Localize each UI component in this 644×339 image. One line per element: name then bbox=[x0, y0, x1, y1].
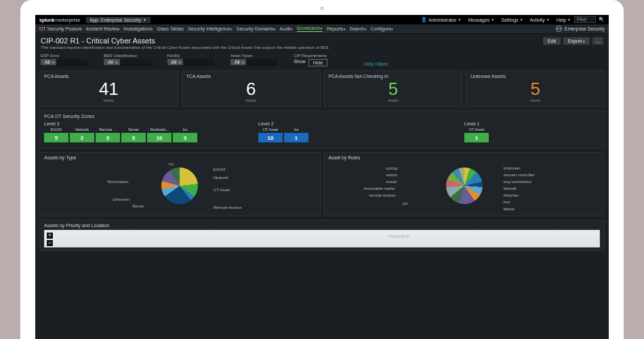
close-icon[interactable]: × bbox=[115, 60, 118, 64]
metric-tca: TCA Assets 6 Hosts bbox=[182, 71, 321, 107]
nav-configure[interactable]: Configure▾ bbox=[371, 26, 393, 31]
zoom-in-button[interactable]: + bbox=[46, 232, 54, 239]
app-window: splunk>enterprise App: Enterprise Securi… bbox=[35, 15, 609, 339]
zone-cell[interactable]: OT Asset1 bbox=[464, 127, 489, 142]
more-button[interactable]: ... bbox=[592, 37, 603, 45]
zones-panel: PCA OT Security Zones Level 3 EACM5Netwo… bbox=[39, 111, 605, 148]
find-input[interactable]: Find bbox=[574, 16, 596, 23]
settings-menu[interactable]: Settings▼ bbox=[501, 18, 523, 22]
pie-label: scada bbox=[386, 180, 397, 184]
zone-cell[interactable]: OT Asset10 bbox=[258, 127, 283, 142]
nav-security-domains[interactable]: Security Domains▾ bbox=[237, 26, 276, 31]
filter-input-asset-types[interactable] bbox=[246, 59, 277, 66]
page-header: CIP-002 R1 - Critical Cyber Assets Edit … bbox=[35, 34, 609, 45]
metric-unknown: Unknown Assets 5 Hosts bbox=[466, 71, 605, 107]
hide-button[interactable]: Hide bbox=[308, 59, 327, 66]
zone-cell-value: 1 bbox=[464, 133, 489, 142]
nav-audit[interactable]: Audit▾ bbox=[280, 26, 293, 31]
globe-icon bbox=[556, 26, 562, 32]
zone-cell[interactable]: Remote ...3 bbox=[96, 127, 120, 142]
zone-cell[interactable]: Ics3 bbox=[173, 127, 197, 142]
pie-label: OT Asset bbox=[214, 188, 230, 192]
hide-filters-link[interactable]: Hide Filters bbox=[364, 62, 388, 66]
export-button[interactable]: Export ▾ bbox=[563, 37, 590, 45]
pie-label: switch bbox=[386, 173, 397, 177]
zone-cell-value: 3 bbox=[96, 133, 120, 142]
metric-pca: PCA Assets 41 Hosts bbox=[39, 71, 178, 107]
pie-chart-asset-by-roles bbox=[446, 167, 483, 204]
zone-cell[interactable]: EACM5 bbox=[44, 127, 68, 142]
filter-input-bes[interactable] bbox=[120, 59, 151, 66]
user-icon: 👤 bbox=[421, 17, 427, 22]
nav-incident-review[interactable]: Incident Review bbox=[86, 26, 119, 31]
filter-label-cip: CIP Requirements bbox=[294, 54, 327, 58]
filter-chip-facility[interactable]: All× bbox=[167, 59, 184, 65]
close-icon[interactable]: × bbox=[52, 60, 55, 64]
zone-cell-value: 10 bbox=[258, 133, 283, 142]
zone-cell-name: EACM bbox=[51, 127, 62, 132]
pie-label: historian bbox=[504, 193, 519, 197]
pie-label: Unknown bbox=[504, 166, 521, 170]
edit-button[interactable]: Edit bbox=[543, 37, 561, 45]
messages-menu[interactable]: Messages▼ bbox=[468, 18, 494, 22]
search-icon[interactable]: 🔍 bbox=[599, 17, 605, 22]
app-picker[interactable]: App: Enterprise Security▼ bbox=[86, 17, 150, 23]
nav-investigations[interactable]: Investigations bbox=[123, 26, 153, 31]
global-topbar: splunk>enterprise App: Enterprise Securi… bbox=[35, 15, 609, 24]
filter-input-facility[interactable] bbox=[183, 59, 214, 66]
page-subtitle: This standard requires identification an… bbox=[35, 45, 609, 52]
zone-cell-value: 1 bbox=[284, 133, 308, 142]
zone-cell[interactable]: Ics1 bbox=[284, 127, 308, 142]
zone-cell[interactable]: Server3 bbox=[121, 127, 146, 142]
metric-title: TCA Assets bbox=[186, 74, 316, 79]
activity-menu[interactable]: Activity▼ bbox=[530, 18, 550, 22]
map[interactable]: + − TORONTO bbox=[44, 230, 600, 247]
nav-security-intelligence[interactable]: Security Intelligence▾ bbox=[188, 26, 233, 31]
filter-label-facility: Facility bbox=[167, 54, 214, 58]
filter-input-esp[interactable] bbox=[56, 59, 87, 66]
admin-menu[interactable]: 👤Administrator▼ bbox=[421, 17, 461, 22]
filter-chip-asset-types[interactable]: All× bbox=[230, 59, 247, 65]
pie-label: firewall bbox=[504, 186, 517, 191]
zone-cell[interactable]: Workstati...10 bbox=[147, 127, 172, 142]
metric-unit: Hosts bbox=[329, 98, 458, 102]
pie-label: Workstation bbox=[107, 180, 129, 184]
zone-cell-value: 5 bbox=[44, 133, 68, 142]
nav-ot-security-posture[interactable]: OT Security Posture bbox=[39, 26, 82, 31]
zones-title: PCA OT Security Zones bbox=[44, 114, 600, 119]
nav-scorecards[interactable]: Scorecards▾ bbox=[297, 26, 323, 32]
camera-dot bbox=[321, 7, 324, 10]
zone-cell-name: Network bbox=[75, 127, 89, 132]
zone-cell-value: 2 bbox=[70, 133, 94, 142]
close-icon[interactable]: × bbox=[242, 60, 245, 64]
filter-label-bes: BES Classification bbox=[104, 54, 150, 58]
filter-label-esp: ESP Zone bbox=[41, 54, 87, 58]
zone-cell-name: OT Asset bbox=[469, 127, 485, 132]
help-menu[interactable]: Help▼ bbox=[557, 18, 571, 22]
close-icon[interactable]: × bbox=[178, 60, 181, 64]
metric-unit: Hosts bbox=[44, 98, 174, 102]
zoom-out-button[interactable]: − bbox=[46, 239, 54, 247]
metric-not-checking-in: PCA Assets Not Checking In 5 Hosts bbox=[324, 71, 463, 107]
nav-search[interactable]: Search▾ bbox=[350, 26, 367, 31]
zone-cell-name: Ics bbox=[182, 127, 187, 132]
zone-cell-value: 10 bbox=[147, 133, 172, 142]
zone-cell-name: OT Asset bbox=[263, 127, 279, 132]
nav-reports[interactable]: Reports▾ bbox=[327, 26, 346, 31]
nav-glass-tables[interactable]: Glass Tables bbox=[157, 26, 184, 31]
pie-label: remote access bbox=[369, 193, 396, 197]
filter-chip-bes[interactable]: All× bbox=[104, 59, 120, 65]
pie-label: domain controller bbox=[504, 173, 535, 177]
filter-chip-esp[interactable]: All× bbox=[41, 59, 57, 65]
assets-by-type-panel: Assets by Type Workstation Unknown Serve… bbox=[39, 152, 321, 216]
pie-label: Network bbox=[214, 176, 228, 180]
zone-cell[interactable]: Network2 bbox=[70, 127, 94, 142]
pie-label: eng workstation bbox=[504, 180, 532, 184]
pie-label: removable media bbox=[363, 186, 395, 191]
zone-cell-value: 3 bbox=[173, 133, 197, 142]
zone-level-2: Level 2 OT Asset10Ics1 bbox=[258, 121, 308, 142]
pie-label: plc bbox=[403, 201, 408, 205]
panel-title: Assets by Type bbox=[44, 155, 316, 160]
metric-value: 41 bbox=[44, 80, 174, 98]
pie-label: hmi bbox=[504, 200, 510, 204]
